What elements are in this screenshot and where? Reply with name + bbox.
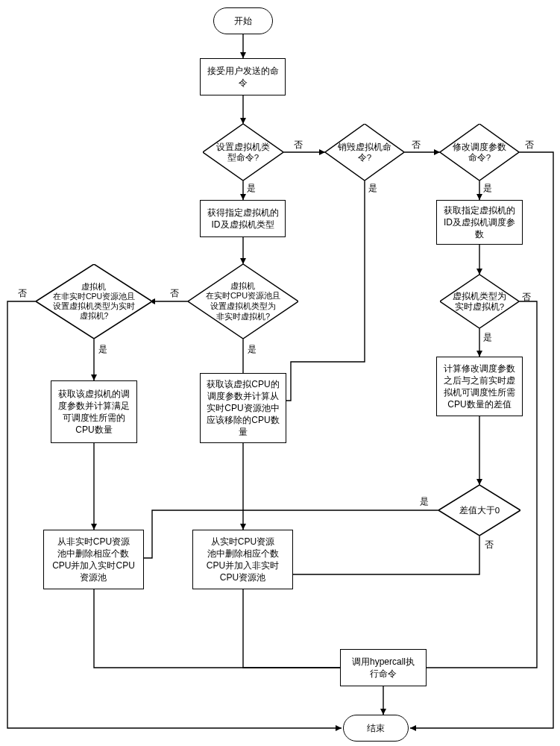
edge-no-3: 否	[525, 139, 534, 151]
edge-no-5: 否	[18, 287, 27, 300]
edge-yes-4: 是	[248, 343, 257, 356]
process-calc-diff-label: 计算修改调度参数 之后与之前实时虚 拟机可调度性所需 CPU数量的差值	[444, 363, 515, 411]
process-get-sched-remove-label: 获取该虚拟CPU的 调度参数并计算从 实时CPU资源池中 应该移除的CPU数 量	[207, 378, 279, 439]
decision-modify-sched-label: 修改调度参数 命令?	[440, 124, 519, 181]
decision-diff-gt-zero: 差值大于0	[438, 485, 520, 536]
edge-yes-7: 是	[420, 495, 429, 508]
process-get-vm-id-sched-label: 获取指定虚拟机的 ID及虚拟机调度参 数	[444, 204, 515, 241]
process-get-vm-id-sched: 获取指定虚拟机的 ID及虚拟机调度参 数	[436, 200, 523, 245]
edge-no-2: 否	[412, 139, 421, 151]
edge-yes-3: 是	[483, 182, 492, 195]
process-get-vm-id-type-label: 获得指定虚拟机的 ID及虚拟机类型	[207, 207, 279, 231]
process-get-sched-remove: 获取该虚拟CPU的 调度参数并计算从 实时CPU资源池中 应该移除的CPU数 量	[200, 373, 286, 443]
process-get-vm-id-type: 获得指定虚拟机的 ID及虚拟机类型	[200, 200, 286, 237]
decision-set-vm-type-label: 设置虚拟机类 型命令?	[203, 124, 283, 181]
process-hypercall-label: 调用hypercall执 行命令	[352, 656, 415, 680]
decision-vm-in-nonrt-set-rt-label: 虚拟机 在非实时CPU资源池且 设置虚拟机类型为实时 虚拟机?	[36, 264, 152, 339]
decision-vm-in-rt-set-nonrt-label: 虚拟机 在实时CPU资源池且 设置虚拟机类型为 非实时虚拟机?	[188, 264, 298, 339]
edge-no-6: 否	[522, 291, 531, 304]
process-remove-from-nonrt-label: 从非实时CPU资源 池中删除相应个数 CPU并加入实时CPU 资源池	[52, 536, 135, 584]
decision-set-vm-type: 设置虚拟机类 型命令?	[203, 124, 283, 181]
process-calc-diff: 计算修改调度参数 之后与之前实时虚 拟机可调度性所需 CPU数量的差值	[436, 357, 523, 416]
decision-vm-type-is-rt-label: 虚拟机类型为 实时虚拟机?	[440, 275, 519, 328]
process-recv-cmd-label: 接受用户发送的命 令	[207, 65, 279, 89]
decision-destroy-vm-label: 销毁虚拟机命 令?	[325, 124, 404, 181]
process-remove-from-rt: 从实时CPU资源 池中删除相应个数 CPU并加入非实时 CPU资源池	[192, 530, 293, 589]
process-recv-cmd: 接受用户发送的命 令	[200, 58, 286, 95]
edge-yes-6: 是	[483, 331, 492, 344]
edge-no-7: 否	[485, 539, 494, 551]
decision-diff-gt-zero-label: 差值大于0	[438, 485, 520, 536]
process-hypercall: 调用hypercall执 行命令	[340, 649, 427, 686]
terminator-start-label: 开始	[234, 15, 252, 27]
edge-no-1: 否	[294, 139, 303, 151]
process-remove-from-rt-label: 从实时CPU资源 池中删除相应个数 CPU并加入非实时 CPU资源池	[207, 536, 279, 584]
edge-yes-2: 是	[368, 182, 377, 195]
edge-no-4: 否	[170, 287, 179, 300]
decision-destroy-vm: 销毁虚拟机命 令?	[325, 124, 404, 181]
flowchart-canvas: 开始 结束 接受用户发送的命 令 获得指定虚拟机的 ID及虚拟机类型 获取指定虚…	[0, 0, 560, 746]
terminator-start: 开始	[213, 7, 273, 34]
process-get-sched-needed-label: 获取该虚拟机的调 度参数并计算满足 可调度性所需的 CPU数量	[58, 388, 130, 436]
edge-yes-5: 是	[98, 343, 107, 356]
edge-yes-1: 是	[247, 182, 256, 195]
decision-vm-in-rt-set-nonrt: 虚拟机 在实时CPU资源池且 设置虚拟机类型为 非实时虚拟机?	[188, 264, 298, 339]
decision-vm-type-is-rt: 虚拟机类型为 实时虚拟机?	[440, 275, 519, 328]
decision-vm-in-nonrt-set-rt: 虚拟机 在非实时CPU资源池且 设置虚拟机类型为实时 虚拟机?	[36, 264, 152, 339]
process-remove-from-nonrt: 从非实时CPU资源 池中删除相应个数 CPU并加入实时CPU 资源池	[43, 530, 144, 589]
decision-modify-sched: 修改调度参数 命令?	[440, 124, 519, 181]
terminator-end-label: 结束	[367, 722, 385, 734]
process-get-sched-needed: 获取该虚拟机的调 度参数并计算满足 可调度性所需的 CPU数量	[51, 380, 137, 443]
terminator-end: 结束	[343, 715, 409, 742]
